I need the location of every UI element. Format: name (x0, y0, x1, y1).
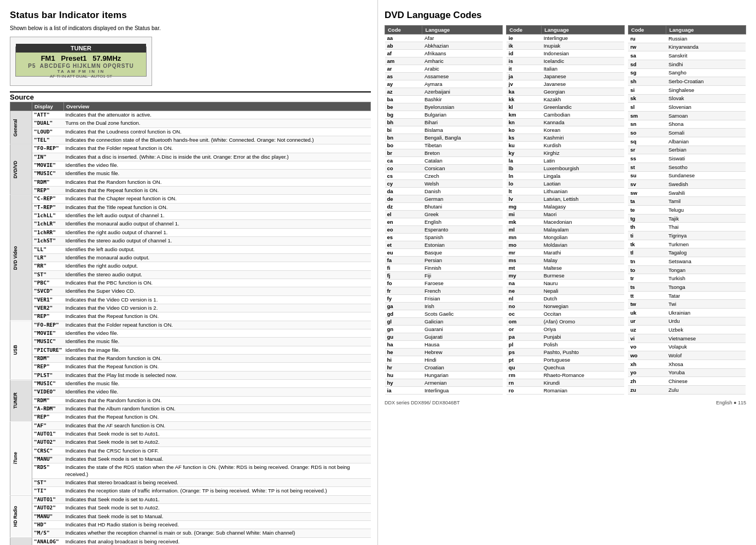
lang-code: sh (628, 77, 666, 86)
lang-code: et (385, 241, 422, 249)
lang-name: Czech (422, 172, 503, 180)
lang-name: Guarani (422, 326, 503, 333)
table-row: "PBC"Indicates that the PBC function is … (10, 279, 371, 287)
list-item: abAbkhazian (385, 42, 503, 50)
lang-name: Hebrew (422, 349, 503, 356)
lang-code: ti (628, 231, 666, 240)
list-item: quQuechua (507, 364, 624, 372)
lang-name: Aymara (422, 80, 503, 88)
overview-text: Indicates that the Repeat function is ON… (63, 413, 370, 421)
lang-name: Afar (422, 34, 503, 42)
list-item: viVietnamese (628, 334, 746, 343)
right-section: DVD Language Codes Code Language aaAfara… (378, 0, 756, 545)
display-value: "AF" (32, 421, 64, 430)
lang-code: sq (628, 137, 666, 146)
list-item: foFaroese (385, 280, 503, 287)
list-item: siSinghalese (628, 85, 746, 94)
display-value: "ANALOG" (32, 537, 64, 545)
list-item: swSwahili (628, 188, 746, 197)
display-value: "LR" (32, 253, 64, 262)
lang-name: Tagalog (666, 248, 746, 257)
lang-name: Sanskrit (666, 51, 746, 60)
list-item: srSerbian (628, 146, 746, 154)
tuner-af-row: AF TI IN ATT DUAL AUTO1 ST (50, 74, 112, 79)
overview-text: Indicates that Seek mode is set to Auto2… (63, 504, 370, 512)
lang-name: Setswana (666, 257, 746, 266)
footer-right: English ● 115 (716, 400, 746, 405)
list-item: taTamil (628, 197, 746, 206)
lang-name: Interlingue (542, 34, 625, 42)
lang-code: bg (385, 111, 422, 119)
lang-code: sn (628, 120, 666, 129)
list-item: tlTagalog (628, 248, 746, 257)
overview-text: Indicates that the Random function is ON… (63, 178, 370, 186)
lang-name: Latin (542, 157, 625, 165)
lang-name: Telugu (666, 206, 746, 214)
lang-name: Turkish (666, 274, 746, 283)
lang-name: Danish (422, 188, 503, 195)
lang-code: si (628, 85, 666, 94)
list-item: iaInterlingua (385, 387, 503, 395)
lang-name: Bengali, Bangla (422, 134, 503, 142)
overview-text: Identifies the monaural audio output of … (63, 220, 370, 228)
list-item: dzBhutani (385, 203, 503, 211)
lang-name: Afrikaans (422, 50, 503, 57)
lang-name: Kirundi (542, 379, 625, 387)
lang-code: to (628, 265, 666, 274)
display-value: "PLST" (32, 371, 64, 379)
list-item: csCzech (385, 172, 503, 180)
list-item: moMoldavian (507, 241, 624, 249)
lang-code: te (628, 206, 666, 214)
table-row: DVD Video"C-REP"Indicates that the Chapt… (10, 195, 371, 203)
display-value: "IN" (32, 153, 64, 161)
lang-name: Thai (666, 223, 746, 231)
list-item: daDanish (385, 188, 503, 195)
lang-code: mt (507, 264, 542, 272)
lang-name: Bashkir (422, 96, 503, 103)
lang-code: sm (628, 111, 666, 120)
lang-code: lt (507, 188, 542, 195)
display-value: "MUSIC" (32, 170, 64, 178)
lang-code: uz (628, 326, 666, 334)
list-item: arArabic (385, 65, 503, 73)
table-row: "MOVIE"Identifies the video file. (10, 161, 371, 170)
lang-name: Sangho (666, 68, 746, 77)
list-item: lbLuxembourgish (507, 165, 624, 172)
lang-code: mi (507, 211, 542, 218)
list-item: hrCroatian (385, 364, 503, 372)
list-item: tiTigrinya (628, 231, 746, 240)
list-item: amAmharic (385, 57, 503, 65)
left-title: Status bar Indicator items (10, 10, 371, 21)
display-value: "M/S" (32, 529, 64, 537)
lang-code: ia (385, 387, 422, 395)
lang-name: Abkhazian (422, 42, 503, 50)
display-value: "VER2" (32, 304, 64, 312)
overview-text: Turns on the Dual zone function. (63, 119, 370, 127)
lang-code: mk (507, 218, 542, 226)
lang-name: Frisian (422, 295, 503, 303)
display-value: "VER1" (32, 295, 64, 304)
lang-code: bo (385, 142, 422, 149)
lang-name: Estonian (422, 241, 503, 249)
lang-code: ga (385, 303, 422, 310)
lang-name: Japanese (542, 73, 625, 80)
list-item: itItalian (507, 65, 624, 73)
lang-name: Albanian (666, 137, 746, 146)
lang-code: am (385, 57, 422, 65)
lang-name: Greenlandic (542, 103, 625, 111)
lang-code: fi (385, 264, 422, 272)
lang-name: Tatar (666, 291, 746, 300)
lang-name: Xhosa (666, 360, 746, 368)
lang-name: Italian (542, 65, 625, 73)
lang-name: Chinese (666, 377, 746, 386)
lang-name: Irish (422, 303, 503, 310)
table-row: "AUTO2"Indicates that Seek mode is set t… (10, 504, 371, 512)
lang-code: lb (507, 165, 542, 172)
lang-name: Arabic (422, 65, 503, 73)
lang-name: Inupiak (542, 42, 625, 50)
lang-name: Galician (422, 318, 503, 326)
lang-name: Georgian (542, 88, 625, 96)
overview-text: Identifies the right audio output. (63, 262, 370, 270)
list-item: asAssamese (385, 73, 503, 80)
lang-code: fa (385, 257, 422, 264)
